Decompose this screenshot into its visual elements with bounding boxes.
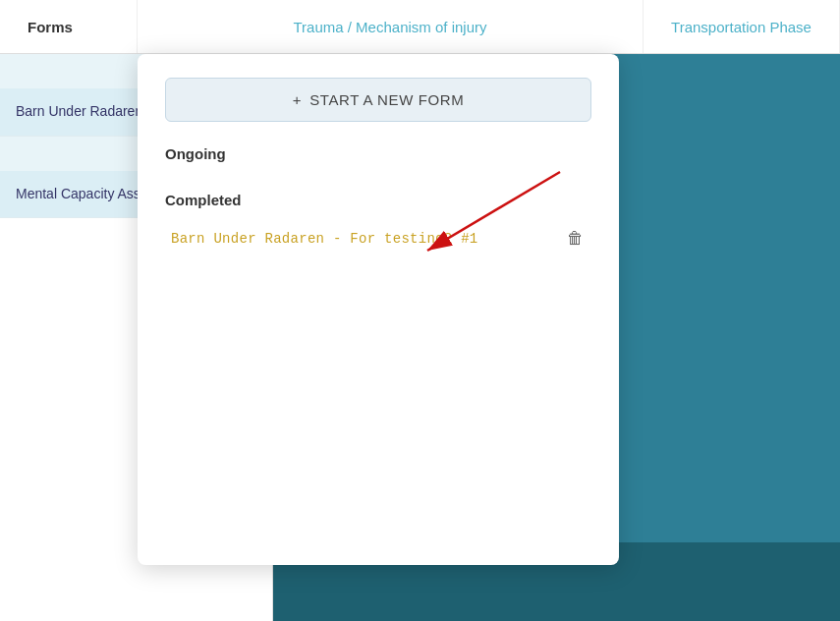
ongoing-label: Ongoing bbox=[165, 145, 591, 162]
arrow-annotation bbox=[138, 54, 619, 565]
completed-item-row: Barn Under Radaren - For testing2 #1 🗑 bbox=[165, 218, 591, 259]
nav-transportation-label: Transportation Phase bbox=[671, 19, 812, 35]
main-content: Completed: 1 Barn Under Radaren - For te… bbox=[0, 54, 840, 621]
completed-label: Completed bbox=[165, 192, 591, 208]
nav-forms-label: Forms bbox=[28, 19, 73, 35]
nav-trauma[interactable]: Trauma / Mechanism of injury bbox=[138, 0, 644, 53]
trash-icon[interactable]: 🗑 bbox=[564, 228, 586, 250]
completed-section: Completed Barn Under Radaren - For testi… bbox=[165, 190, 591, 259]
nav-trauma-label: Trauma / Mechanism of injury bbox=[293, 19, 486, 35]
form-popup: + START A NEW FORM Ongoing Completed Bar… bbox=[138, 54, 619, 565]
top-navigation: Forms Trauma / Mechanism of injury Trans… bbox=[0, 0, 840, 54]
ongoing-section: Ongoing bbox=[165, 143, 591, 172]
completed-item-label[interactable]: Barn Under Radaren - For testing2 #1 bbox=[171, 231, 478, 247]
start-form-label: START A NEW FORM bbox=[309, 91, 464, 108]
start-new-form-button[interactable]: + START A NEW FORM bbox=[165, 78, 591, 122]
nav-forms[interactable]: Forms bbox=[0, 0, 138, 53]
plus-icon: + bbox=[293, 91, 302, 108]
nav-transportation[interactable]: Transportation Phase bbox=[644, 0, 840, 53]
